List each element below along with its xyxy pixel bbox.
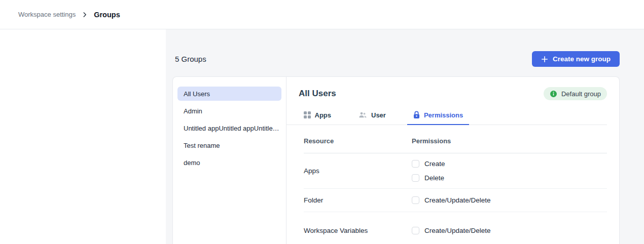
group-item-all-users[interactable]: All Users <box>177 87 281 101</box>
table-row-folder: Folder Create/Update/Delete <box>304 189 607 212</box>
create-new-group-label: Create new group <box>553 55 611 63</box>
create-new-group-button[interactable]: Create new group <box>532 51 620 67</box>
group-item-untitled-app[interactable]: Untitled appUntitled appUntitle… <box>177 121 281 135</box>
groups-card: All Users Admin Untitled appUntitled app… <box>172 76 620 244</box>
table-row-apps: Apps Create Delete <box>304 153 607 189</box>
table-row-workspace-variables: Workspace Variables Create/Update/Delete <box>304 212 607 244</box>
group-item-admin[interactable]: Admin <box>177 104 281 118</box>
workspace-variables-cud-label: Create/Update/Delete <box>424 227 491 234</box>
group-detail: All Users Default group Apps <box>287 77 619 244</box>
group-list: All Users Admin Untitled appUntitled app… <box>173 77 287 244</box>
breadcrumb-current: Groups <box>94 11 120 19</box>
tab-bar: Apps User Permissions <box>286 109 607 125</box>
tab-permissions-label: Permissions <box>424 111 463 119</box>
groups-header: 5 Groups Create new group <box>172 29 620 67</box>
resource-label-folder: Folder <box>304 196 412 204</box>
group-title: All Users <box>299 89 336 99</box>
tab-user-label: User <box>371 111 386 119</box>
apps-delete-label: Delete <box>424 174 444 182</box>
users-icon <box>359 111 367 118</box>
apps-create-label: Create <box>424 160 445 168</box>
tab-permissions[interactable]: Permissions <box>407 109 469 125</box>
group-item-test-rename[interactable]: Test rename <box>177 138 281 152</box>
plus-icon <box>541 56 548 63</box>
group-item-demo[interactable]: demo <box>177 155 281 170</box>
permissions-table: Resource Permissions Apps Create Delete <box>299 130 607 244</box>
apps-create-checkbox[interactable] <box>412 160 419 168</box>
apps-delete-checkbox[interactable] <box>412 174 419 182</box>
tab-apps-label: Apps <box>315 111 332 119</box>
folder-cud-label: Create/Update/Delete <box>424 196 491 204</box>
resource-label-workspace-variables: Workspace Variables <box>304 227 412 234</box>
top-bar: Workspace settings Groups <box>0 0 644 29</box>
info-icon <box>550 90 557 98</box>
tab-apps[interactable]: Apps <box>298 109 337 125</box>
permissions-table-header: Resource Permissions <box>304 130 607 153</box>
column-header-resource: Resource <box>304 137 412 145</box>
breadcrumb-parent-link[interactable]: Workspace settings <box>18 11 76 18</box>
main-area: 5 Groups Create new group All Users Admi… <box>166 29 644 244</box>
tab-user[interactable]: User <box>352 109 392 125</box>
group-detail-header: All Users Default group <box>299 87 607 100</box>
chevron-right-icon <box>81 11 88 18</box>
default-group-badge: Default group <box>544 87 607 100</box>
folder-cud-checkbox[interactable] <box>412 196 419 204</box>
grid-icon <box>304 111 311 118</box>
default-group-badge-label: Default group <box>561 90 601 98</box>
column-header-permissions: Permissions <box>412 137 607 145</box>
lock-icon <box>413 111 420 119</box>
resource-label-apps: Apps <box>304 167 412 175</box>
workspace-variables-cud-checkbox[interactable] <box>412 227 419 234</box>
groups-count-label: 5 Groups <box>175 55 206 63</box>
